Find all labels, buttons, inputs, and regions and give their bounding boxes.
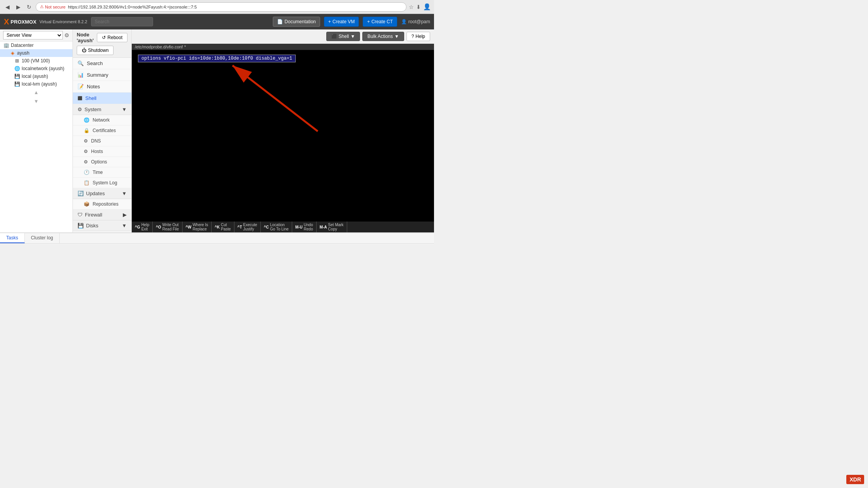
sidebar-item-ayush[interactable]: ◈ ayush [0,49,72,57]
create-vm-button[interactable]: + Create VM [324,17,359,27]
syslog-icon: 📋 [84,180,90,186]
submenu-summary[interactable]: 📊 Summary [73,69,131,81]
footer-location[interactable]: ^C LocationGo To Line [261,222,292,232]
footer-whereis[interactable]: ^W Where IsReplace [183,222,212,232]
submenu-time[interactable]: 🕐 Time [73,167,131,178]
col-status[interactable]: Status [395,244,434,244]
storage-icon: 💾 [14,74,20,79]
submenu-notes[interactable]: 📝 Notes [73,81,131,93]
submenu-shell[interactable]: ⬛ Shell [73,93,131,104]
submenu-search[interactable]: 🔍 Search [73,58,131,69]
search-icon: 🔍 [78,60,84,66]
disks-icon: 💾 [78,223,84,229]
bulk-dropdown-icon: ▼ [394,34,399,39]
sidebar-scroll-up[interactable]: ▲ [0,88,72,97]
footer-writeout[interactable]: ^O Write OutRead File [153,222,182,232]
disks-chevron-icon: ▼ [122,223,127,229]
submenu-dns[interactable]: ⚙ DNS [73,136,131,146]
bottom-panel: Tasks Cluster log Start Time ↓ End Time … [0,232,434,244]
sidebar-item-local-lvm[interactable]: 💾 local-lvm (ayush) [0,80,72,88]
updates-chevron-icon: ▼ [122,191,127,196]
logo-version: Virtual Environment 8.2.2 [40,19,87,24]
footer-execute[interactable]: ^T ExecuteJustify [234,222,261,232]
bulk-actions-button[interactable]: Bulk Actions ▼ [362,32,404,41]
submenu-system-log[interactable]: 📋 System Log [73,178,131,188]
create-ct-button[interactable]: + Create CT [363,17,397,27]
sidebar-item-datacenter[interactable]: 🏢 Datacenter [0,41,72,49]
terminal-file-path: /etc/modprobe.d/vfio.conf [135,45,183,49]
reboot-button[interactable]: ↺ Reboot [97,33,127,42]
repo-icon: 📦 [84,201,90,207]
sidebar-item-vm100[interactable]: ⊞ 100 (VM 100) [0,57,72,65]
annotation-arrow [202,54,326,139]
system-icon: ⚙ [78,107,82,112]
submenu-repositories[interactable]: 📦 Repositories [73,199,131,210]
plus-icon: + [328,19,331,24]
footer-setmark[interactable]: M-A Set MarkCopy [317,222,347,232]
url-text: https://192.168.29.32:8006/#v1:0=node%2F… [68,5,197,9]
submenu-firewall[interactable]: 🛡 Firewall ▶ [73,210,131,220]
terminal[interactable]: /etc/modprobe.d/vfio.conf * options vfio… [132,44,434,232]
col-user[interactable]: User name [199,244,257,244]
reload-button[interactable]: ↻ [25,3,33,11]
pve-header: X PROXMOX Virtual Environment 8.2.2 📄 Do… [0,14,434,29]
address-bar[interactable]: ⚠ Not secure https://192.168.29.32:8006/… [36,2,406,12]
col-start-time[interactable]: Start Time ↓ [0,244,81,244]
server-view-bar: Server View ⚙ [0,29,72,41]
sidebar-item-localnetwork[interactable]: 🌐 localnetwork (ayush) [0,65,72,72]
help-button[interactable]: ? Help [406,32,430,41]
network-icon: 🌐 [84,117,90,123]
bookmark-icon[interactable]: ☆ [409,4,414,10]
terminal-body[interactable]: options vfio-pci ids=10de:1b80,10de:10f0… [132,50,434,222]
tasks-table: Start Time ↓ End Time Node User name Des… [0,244,434,244]
forward-button[interactable]: ▶ [14,3,22,11]
shell-terminal-icon: ⬛ [331,34,337,39]
tab-cluster-log[interactable]: Cluster log [25,233,60,243]
terminal-area: ⬛ Shell ▼ Bulk Actions ▼ ? Help /etc/mod… [132,29,434,232]
svg-line-1 [232,65,318,131]
sidebar-item-local[interactable]: 💾 local (ayush) [0,72,72,80]
logo-x: X [4,17,9,26]
help-icon: ? [412,34,414,39]
shell-button[interactable]: ⬛ Shell ▼ [326,32,360,41]
reboot-icon: ↺ [102,35,106,40]
shutdown-button[interactable]: ⏻ Shutdown [77,46,114,55]
server-view-select[interactable]: Server View [3,31,63,40]
tab-tasks[interactable]: Tasks [0,233,25,243]
bottom-tabs: Tasks Cluster log [0,233,434,244]
footer-help[interactable]: ^G HelpExit [132,222,153,232]
submenu-lvm[interactable]: ⬛ LVM [73,231,131,232]
system-chevron-icon: ▼ [122,107,127,112]
submenu-network[interactable]: 🌐 Network [73,115,131,125]
user-info: 👤 root@pam [401,19,430,24]
shell-icon: ⬛ [78,96,82,100]
sidebar-scroll-down[interactable]: ▼ [0,97,72,106]
col-node[interactable]: Node [162,244,199,244]
node-submenu: Node 'ayush' ↺ Reboot ⏻ Shutdown 🔍 Searc… [73,29,132,232]
submenu-hosts[interactable]: ⚙ Hosts [73,146,131,157]
submenu-options[interactable]: ⚙ Options [73,157,131,167]
profile-icon[interactable]: 👤 [423,3,431,10]
col-end-time[interactable]: End Time [81,244,162,244]
footer-cut[interactable]: ^K CutPaste [212,222,234,232]
tasks-table-container: Start Time ↓ End Time Node User name Des… [0,244,434,244]
col-desc[interactable]: Description [257,244,395,244]
updates-icon: 🔄 [78,191,84,196]
main-layout: Server View ⚙ 🏢 Datacenter ◈ ayush ⊞ 100… [0,29,434,232]
terminal-titlebar: /etc/modprobe.d/vfio.conf * [132,44,434,50]
terminal-footer: ^G HelpExit ^O Write OutRead File ^W Whe… [132,222,434,232]
datacenter-icon: 🏢 [3,43,9,48]
download-icon[interactable]: ⬇ [416,4,421,10]
back-button[interactable]: ◀ [3,3,12,11]
submenu-certificates[interactable]: 🔒 Certificates [73,125,131,136]
submenu-disks[interactable]: 💾 Disks ▼ [73,220,131,231]
submenu-updates[interactable]: 🔄 Updates ▼ [73,188,131,199]
submenu-system[interactable]: ⚙ System ▼ [73,104,131,115]
footer-undo[interactable]: M-U UndoRedo [292,222,317,232]
server-view-settings-button[interactable]: ⚙ [64,32,69,38]
pve-search-input[interactable] [91,17,153,26]
cert-icon: 🔒 [84,128,90,133]
documentation-button[interactable]: 📄 Documentation [273,17,320,27]
terminal-selected-line: options vfio-pci ids=10de:1b80,10de:10f0… [135,53,431,64]
options-icon: ⚙ [84,159,88,165]
